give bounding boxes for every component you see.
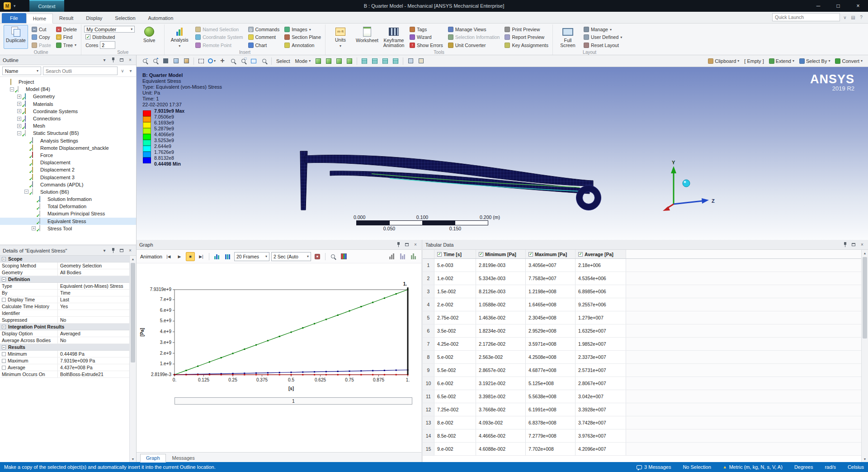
tree-item-displacement-3[interactable]: ✓Displacement 3 [0,173,136,181]
tabular-scroll-up-icon[interactable]: ▲ [862,250,868,256]
column-header-time-s-[interactable]: ✓Time [s] [434,250,476,258]
time-slider[interactable]: 1 [175,397,412,405]
duration-select[interactable]: 2 Sec (Auto▾ [271,252,311,261]
tree-item-materials[interactable]: +✓Materials [0,100,136,108]
column-visible-checkbox[interactable]: ✓ [528,252,533,257]
copy-button[interactable]: Copy [30,33,52,41]
tree-item-geometry[interactable]: +✓Geometry [0,93,136,100]
tabular-row[interactable]: 74.25e-0022.1726e-0023.5971e+0081.9852e+… [423,338,861,351]
graph-pin-icon[interactable] [395,242,401,248]
details-close-icon[interactable]: × [127,248,133,254]
ribbon-options-icon[interactable]: ▤ [850,15,856,20]
close-button[interactable]: × [848,0,868,12]
tree-item-connections[interactable]: +✓Connections [0,115,136,122]
tree-button[interactable]: Tree▾ [55,42,78,49]
tabular-scrollbar[interactable]: ▲ ▼ [861,250,868,462]
paste-button[interactable]: Paste [30,42,52,49]
angular-velocity-status[interactable]: rad/s [825,464,835,470]
chart-style-bar-icon[interactable] [387,252,396,261]
details-scroll-up-icon[interactable]: ▲ [130,256,136,262]
expander-plus-icon[interactable]: + [17,109,21,113]
details-value[interactable]: Equivalent (von-Mises) Stress [58,283,129,289]
column-visible-checkbox[interactable]: ✓ [578,252,583,257]
details-scrollbar[interactable]: ▲ ▼ [129,256,136,462]
zoom-in-icon[interactable]: + [151,57,160,66]
expander-minus-icon[interactable]: − [17,131,21,135]
tree-item-commands-apdl-[interactable]: ✓Commands (APDL) [0,181,136,188]
expander-plus-icon[interactable]: + [32,226,36,230]
box-zoom-icon[interactable]: □ [239,57,248,66]
delete-button[interactable]: ×Delete [55,26,78,33]
section-collapse-icon[interactable]: − [2,345,6,349]
tabular-row[interactable]: 15.e-0032.8199e-0033.4056e+0072.18e+006 [423,259,861,272]
details-section-scope[interactable]: −Scope [0,256,129,262]
annotation-button[interactable]: Annotation [283,42,322,49]
ruler-toggle-icon[interactable] [416,57,425,66]
details-pin-icon[interactable] [110,248,116,254]
section-collapse-icon[interactable]: − [2,257,6,261]
column-header-maximum-pa-[interactable]: ✓Maximum [Pa] [526,250,576,258]
body-filter-icon[interactable] [345,57,354,66]
tabular-row[interactable]: 31.5e-0028.2126e-0031.2198e+0086.8985e+0… [423,285,861,298]
parameter-checkbox[interactable] [2,359,6,363]
units-status[interactable]: ▲Metric (m, kg, N, s, V, A) [723,464,783,470]
look-at-icon[interactable] [182,57,191,66]
quick-launch-dropdown-icon[interactable]: ∨ [842,15,848,20]
outline-filter-icon[interactable]: ▾ [127,68,134,73]
magnifier-window-icon[interactable] [259,57,269,66]
print-preview-button[interactable]: Print Preview [503,26,550,33]
zoom-fit-icon[interactable] [249,57,258,66]
key-assignments-button[interactable]: Key Assignments [503,42,550,49]
edge-filter-icon[interactable] [324,57,333,66]
expander-plus-icon[interactable]: + [17,102,21,106]
column-visible-checkbox[interactable]: ✓ [479,252,483,257]
go-to-end-button[interactable]: ▶| [197,252,206,261]
outline-menu-icon[interactable]: ▾ [101,57,108,63]
expander-minus-icon[interactable]: − [10,87,14,91]
tree-item-static-structural-b5-[interactable]: −✓Static Structural (B5) [0,129,136,137]
graph-close-icon[interactable]: × [412,242,419,248]
angle-status[interactable]: Degrees [794,464,813,470]
zoom-out-icon[interactable]: − [140,57,149,66]
temperature-status[interactable]: Celsius [848,464,864,470]
outline-close-icon[interactable]: × [127,57,133,63]
parameter-checkbox[interactable] [2,352,6,356]
tabular-row[interactable]: 116.5e-0023.3981e-0025.5638e+0083.042e+0… [423,390,861,403]
show-mesh-icon[interactable] [381,57,390,66]
iso-view-icon[interactable] [161,57,170,66]
chart-style-line-icon[interactable] [398,252,407,261]
tabular-row[interactable]: 159.e-0024.6088e-0027.702e+0084.2096e+00… [423,443,861,456]
frames-select[interactable]: 20 Frames▾ [234,252,269,261]
keyframe-animation-button[interactable]: Keyframe Animation [382,25,406,49]
find-button[interactable]: ○Find [55,33,78,41]
details-value[interactable]: 4.437e+008 Pa [58,364,129,371]
chart-options-icon[interactable] [409,252,418,261]
tab-home[interactable]: Home [26,14,53,24]
named-selection-button[interactable]: Named Selection [194,26,244,33]
parameter-checkbox[interactable] [2,298,6,302]
details-value[interactable]: Last [58,296,129,303]
convert-dropdown[interactable]: Convert▾ [833,58,864,64]
analysis-button[interactable]: Analysis ▾ [167,25,192,49]
details-value[interactable]: All Bodies [58,269,129,276]
model-viewport[interactable]: B: Quarter Model Equivalent Stress Type:… [137,67,868,240]
tabular-row[interactable]: 148.5e-0024.4665e-0027.2779e+0083.9763e+… [423,429,861,443]
tab-file[interactable]: File [2,13,26,23]
coordinate-triad[interactable]: Y Z [656,160,720,213]
expander-minus-icon[interactable]: − [24,190,28,194]
solve-handler-select[interactable]: My Computer▾ [84,26,135,33]
images-button[interactable]: Images▾ [283,26,322,33]
show-errors-button[interactable]: !Show Errors [408,42,444,49]
solve-button[interactable]: Solve [137,25,161,49]
unit-converter-button[interactable]: Unit Converter [447,42,501,49]
tree-item-maximum-principal-stress[interactable]: ✓Maximum Principal Stress [0,210,136,217]
tree-item-model-b4-[interactable]: −✓Model (B4) [0,86,136,93]
column-header-average-pa-[interactable]: ✓Average [Pa] [576,250,626,258]
outline-pin-icon[interactable] [110,57,116,63]
tabular-maximize-icon[interactable] [850,242,857,248]
tree-item-total-deformation[interactable]: ✓Total Deformation [0,203,136,210]
search-expand-icon[interactable]: ∨ [119,68,126,73]
graph-maximize-icon[interactable] [404,242,410,248]
cut-button[interactable]: ✂Cut [30,26,52,33]
tab-graph[interactable]: Graph [140,454,166,462]
